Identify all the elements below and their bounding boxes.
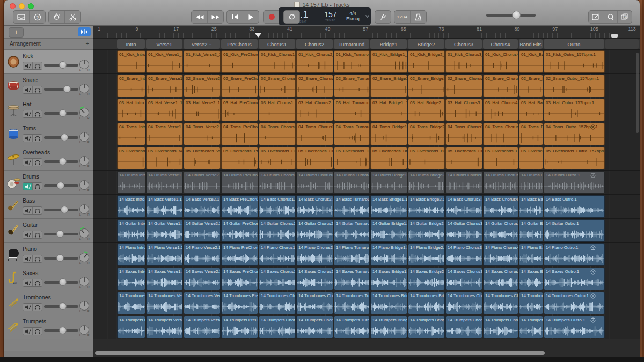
- arrangement-section-verse1[interactable]: Verse1: [146, 39, 182, 49]
- region[interactable]: 14 Trumpets Chorus1.1: [259, 316, 296, 338]
- region[interactable]: 04_Toms_Chorus4_157bpm.1: [483, 123, 518, 145]
- track-volume-thumb[interactable]: [61, 206, 68, 213]
- region[interactable]: 14 Bass Intro.1: [117, 195, 145, 218]
- solo-button[interactable]: [32, 207, 42, 214]
- region[interactable]: 14 Guitar Chorus2.1: [296, 219, 333, 242]
- solo-button[interactable]: [32, 255, 42, 262]
- track-volume-thumb[interactable]: [61, 134, 68, 141]
- track-volume-thumb[interactable]: [56, 254, 64, 262]
- mute-button[interactable]: [23, 62, 32, 69]
- arrangement-section-chorus1[interactable]: Chorus1: [259, 39, 295, 49]
- region[interactable]: 14 Piano Band Hits.1: [519, 243, 543, 266]
- region[interactable]: 14 Piano Verse2.1: [184, 243, 221, 266]
- region[interactable]: 02_Snare_BandHits_157bpm.1: [519, 75, 543, 97]
- master-volume-thumb[interactable]: [512, 11, 521, 19]
- region[interactable]: 14 Saxes Chorus2.1: [296, 268, 333, 290]
- region[interactable]: 02_Snare_Chorus1_157bpm.1: [259, 75, 296, 97]
- region[interactable]: 14 Guitar Verse1.1: [146, 219, 183, 242]
- track-pan-knob[interactable]: LR: [77, 106, 91, 120]
- record-button[interactable]: [264, 11, 280, 23]
- track-volume-thumb[interactable]: [59, 109, 67, 117]
- quick-help-button[interactable]: ?: [30, 11, 45, 23]
- solo-button[interactable]: [32, 304, 42, 311]
- track-volume-slider[interactable]: [44, 112, 78, 115]
- region[interactable]: 14 Drums Turnaround.1: [334, 171, 370, 194]
- region[interactable]: 02_Snare_Outro_157bpm.1: [544, 75, 605, 97]
- forward-button[interactable]: [208, 11, 223, 23]
- region[interactable]: 05_Overheads_Chorus4_157bpm.1: [483, 147, 518, 169]
- region[interactable]: 14 Bass Chorus4.1: [483, 195, 518, 218]
- region[interactable]: 14 Trombones Bridge2.1: [408, 292, 445, 314]
- track-volume-slider[interactable]: [44, 184, 78, 187]
- region[interactable]: 14 Piano Intro.1: [117, 243, 145, 266]
- region[interactable]: 14 Bass Bridge1.1: [370, 195, 407, 218]
- track-pan-knob[interactable]: LR: [77, 226, 91, 240]
- region[interactable]: 01_Kick_Intro_157bpm.1: [117, 50, 145, 73]
- region[interactable]: 14 Guitar Outro.1: [544, 219, 605, 242]
- rewind-button[interactable]: [192, 11, 208, 23]
- mute-button[interactable]: [23, 207, 32, 214]
- region[interactable]: 14 Bass PreChorus.1: [221, 195, 258, 218]
- region[interactable]: 01_Kick_Outro_157bpm.1: [544, 50, 605, 73]
- track-header-toms[interactable]: Toms LR: [4, 122, 93, 146]
- region[interactable]: 03_Hat_Chorus3_157bpm.1: [445, 99, 482, 121]
- smart-controls-button[interactable]: [49, 11, 65, 23]
- region[interactable]: 02_Snare_Turnaround_157bpm.1: [334, 75, 370, 97]
- region[interactable]: 14 Guitar Intro.1: [117, 219, 145, 242]
- arrangement-section-chorus3[interactable]: Chorus3: [445, 39, 482, 49]
- region[interactable]: 14 Drums Verse2.1: [184, 171, 221, 194]
- region[interactable]: 01_Kick_Chorus3_157bpm.1: [445, 50, 482, 73]
- region[interactable]: 14 Piano Outro.1: [544, 243, 605, 266]
- solo-button[interactable]: [32, 62, 42, 69]
- region[interactable]: 14 Guitar PreChorus.1: [221, 219, 258, 242]
- mute-button[interactable]: [23, 86, 32, 93]
- region[interactable]: 05_Overheads_Bridge2_157bpm.1: [408, 147, 445, 169]
- region[interactable]: 14 Saxes Bridge1.1: [370, 268, 407, 290]
- mute-button[interactable]: [23, 135, 32, 142]
- region[interactable]: 14 Saxes Bridge2.1: [408, 268, 445, 290]
- arrangement-section-intro[interactable]: Intro: [117, 39, 145, 49]
- region[interactable]: 01_Kick_PreChorus_157bpm.1: [221, 50, 258, 73]
- region[interactable]: 14 Trumpets Chorus2.1: [296, 316, 333, 338]
- region[interactable]: 14 Saxes Verse1.1: [146, 268, 183, 290]
- cycle-button[interactable]: [284, 11, 299, 23]
- region[interactable]: 14 Trombones Band Hits.1: [519, 292, 543, 314]
- region[interactable]: 01_Kick_Chorus4_157bpm.1: [483, 50, 518, 73]
- region[interactable]: 04_Toms_Bridge2_157bpm.1: [408, 123, 445, 145]
- region[interactable]: 14 Trombones Verse1.1: [146, 292, 183, 314]
- region[interactable]: 14 Trumpets Chorus4.1: [483, 316, 518, 338]
- region[interactable]: 03_Hat_Outro_157bpm.1: [544, 99, 605, 121]
- track-volume-slider[interactable]: [44, 233, 78, 235]
- region[interactable]: 14 Bass Chorus2.1: [296, 195, 333, 218]
- region[interactable]: 14 Bass Band Hits.1: [519, 195, 543, 218]
- track-pan-knob[interactable]: LR: [77, 202, 91, 216]
- track-volume-thumb[interactable]: [59, 278, 67, 286]
- master-volume-slider[interactable]: [486, 14, 536, 17]
- loop-browser-button[interactable]: [603, 11, 618, 23]
- arrangement-section-chorus2[interactable]: Chorus2: [296, 39, 333, 49]
- region[interactable]: 02_Snare_Chorus2_157bpm.1: [296, 75, 333, 97]
- track-pan-knob[interactable]: LR: [77, 323, 91, 337]
- editors-button[interactable]: [65, 11, 80, 23]
- region[interactable]: 14 Trumpets Outro.1: [544, 316, 605, 338]
- region[interactable]: 14 Saxes Chorus1.1: [259, 268, 296, 290]
- region[interactable]: 14 Guitar Bridge2.1: [408, 219, 445, 242]
- track-volume-thumb[interactable]: [59, 61, 67, 69]
- track-volume-slider[interactable]: [44, 136, 78, 139]
- solo-button[interactable]: [32, 279, 42, 286]
- track-volume-thumb[interactable]: [57, 182, 64, 189]
- region[interactable]: 02_Snare_Chorus3_157bpm.1: [445, 75, 482, 97]
- region[interactable]: 03_Hat_Bridge1_157bpm.1: [370, 99, 407, 121]
- region[interactable]: 01_Kick_Bridge1_157bpm.1: [370, 50, 407, 73]
- region[interactable]: 14 Saxes Intro.1: [117, 268, 145, 290]
- region[interactable]: 14 Saxes Turnaround.1: [334, 268, 370, 290]
- region[interactable]: 14 Trombones Chorus1.1: [259, 292, 296, 314]
- track-volume-slider[interactable]: [44, 160, 78, 163]
- region[interactable]: 14 Guitar Chorus3.1: [445, 219, 482, 242]
- arrangement-empty-section[interactable]: [605, 39, 639, 49]
- region[interactable]: 14 Saxes Band Hits.1: [519, 268, 543, 290]
- region[interactable]: 04_Toms_PreChorus_157bpm.1: [221, 123, 258, 145]
- track-header-overheads[interactable]: Overheads LR: [4, 146, 93, 171]
- region[interactable]: 14 Guitar Bridge1.1: [370, 219, 407, 242]
- region[interactable]: 01_Kick_BandHits_157bpm.1: [519, 50, 543, 73]
